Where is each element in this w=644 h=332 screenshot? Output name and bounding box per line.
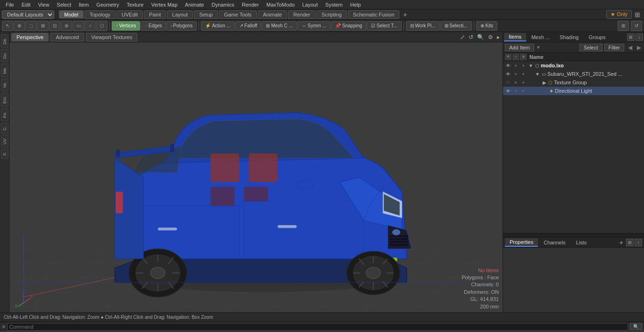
tool-globe[interactable]: ⊕ <box>14 21 25 31</box>
tab-shading[interactable]: Shading <box>555 33 583 41</box>
tab-gametools[interactable]: Game Tools <box>219 10 257 19</box>
menu-texture[interactable]: Texture <box>123 1 148 8</box>
props-add-button[interactable]: + <box>619 239 623 246</box>
3d-viewport[interactable]: X Y Z No Items Polygons : Face Channels:… <box>9 42 503 312</box>
mesh-c-btn[interactable]: ⊞ Mesh C ... <box>262 21 297 31</box>
lock-col-icon[interactable]: + <box>512 54 519 60</box>
visibility-toggle-root[interactable]: 👁 <box>505 62 512 69</box>
menu-animate[interactable]: Animate <box>181 1 207 8</box>
lock-toggle-root[interactable]: ● <box>512 62 519 69</box>
tab-topology[interactable]: Topology <box>84 10 116 19</box>
expand-arrow-mesh[interactable]: ▼ <box>535 72 540 77</box>
vp-icon-search[interactable]: 🔍 <box>476 33 485 41</box>
sidebar-tab-me[interactable]: Me. <box>1 64 8 77</box>
expand-button[interactable]: ⊞ <box>633 11 642 18</box>
sidebar-tab-em[interactable]: Em. <box>1 93 8 107</box>
item-row-texgroup[interactable]: 👁 ● ● ▶ ⬡ Texture Group <box>503 78 644 87</box>
viewport-icon-2[interactable]: ↺ <box>631 21 642 31</box>
menu-system[interactable]: System <box>322 1 347 8</box>
tool-select[interactable]: ↖ <box>2 21 13 31</box>
vp-icon-rotate[interactable]: ↺ <box>468 33 474 41</box>
tool-shield[interactable]: ⬡ <box>96 21 107 31</box>
viewport-icon-1[interactable]: ⊞ <box>618 21 629 31</box>
tool-loop[interactable]: ⊛ <box>61 21 72 31</box>
items-collapse-btn[interactable]: ◀ <box>626 44 634 51</box>
tab-channels[interactable]: Channels <box>539 239 570 246</box>
sidebar-tab-f[interactable]: F. <box>1 149 8 159</box>
menu-layout[interactable]: Layout <box>298 1 322 8</box>
select-t-btn[interactable]: ☑ Select T... <box>367 21 402 31</box>
tab-scripting[interactable]: Scripting <box>316 10 347 19</box>
props-icon-2[interactable]: ↕ <box>635 239 642 246</box>
sidebar-tab-de[interactable]: De. <box>1 34 8 48</box>
menu-file[interactable]: File <box>2 1 18 8</box>
tab-layout[interactable]: Layout <box>167 10 193 19</box>
visibility-col-icon[interactable]: 👁 <box>505 54 512 60</box>
items-expand-btn[interactable]: ▶ <box>636 44 642 51</box>
menu-edit[interactable]: Edit <box>18 1 34 8</box>
vp-icon-expand[interactable]: ⤢ <box>459 33 466 41</box>
menu-dynamics[interactable]: Dynamics <box>208 1 238 8</box>
action-btn[interactable]: ⚡ Action ... <box>201 21 234 31</box>
expand-arrow-root[interactable]: ▼ <box>528 63 533 68</box>
menu-select[interactable]: Select <box>53 1 75 8</box>
command-input[interactable] <box>7 323 628 331</box>
sidebar-tab-po[interactable]: Po. <box>1 108 8 121</box>
mode-edges[interactable]: ─ Edges <box>140 21 166 31</box>
menu-item[interactable]: Item <box>75 1 92 8</box>
kits-btn[interactable]: ⊕ Kits <box>476 21 497 31</box>
render-toggle-mesh[interactable]: ● <box>520 71 527 77</box>
render-col-icon[interactable]: ⊕ <box>520 54 527 60</box>
render-toggle-root[interactable]: ● <box>520 62 527 69</box>
items-icon-2[interactable]: ↕ <box>636 33 643 41</box>
visibility-toggle-texgroup[interactable]: 👁 <box>505 79 512 86</box>
item-row-mesh[interactable]: 👁 ● ● ▼ ▭ Subaru_WRX_STI_2021_Sed ... <box>503 70 644 78</box>
tool-snap[interactable]: ⊡ <box>49 21 60 31</box>
items-icon-1[interactable]: ⊞ <box>627 33 635 41</box>
sidebar-tab-ve[interactable]: Ve. <box>1 79 8 91</box>
tab-schematicfusion[interactable]: Schematic Fusion <box>348 10 399 19</box>
item-row-light[interactable]: 👁 ● ● ☀ Directional Light <box>503 87 644 95</box>
add-tab-button[interactable]: + <box>400 10 410 19</box>
tab-properties[interactable]: Properties <box>505 238 538 247</box>
lock-toggle-light[interactable]: ● <box>512 88 519 94</box>
add-item-button[interactable]: Add Item <box>505 44 534 51</box>
visibility-toggle-mesh[interactable]: 👁 <box>505 71 512 77</box>
work-pl-btn[interactable]: ⊟ Work Pl... <box>406 21 440 31</box>
tab-mesh[interactable]: Mesh ... <box>527 33 554 41</box>
menu-geometry[interactable]: Geometry <box>92 1 123 8</box>
mode-vertices[interactable]: ● Vertices <box>112 21 140 31</box>
menu-vertexmap[interactable]: Vertex Map <box>148 1 182 8</box>
lock-toggle-texgroup[interactable]: ● <box>512 79 519 86</box>
item-row-root[interactable]: 👁 ● ● ▼ ⬡ modo.lxo <box>503 61 644 70</box>
visibility-toggle-light[interactable]: 👁 <box>505 88 512 94</box>
tab-lists[interactable]: Lists <box>571 239 592 246</box>
tab-setup[interactable]: Setup <box>194 10 218 19</box>
vp-tab-textures[interactable]: Viewport Textures <box>86 33 137 41</box>
layout-dropdown[interactable]: Default Layouts <box>2 10 54 19</box>
menu-render[interactable]: Render <box>238 1 263 8</box>
selecti-btn[interactable]: ⊞ Selecti... <box>440 21 472 31</box>
vp-tab-advanced[interactable]: Advanced <box>50 33 84 41</box>
sidebar-tab-du[interactable]: Du. <box>1 49 8 62</box>
tool-transform[interactable]: ⊞ <box>37 21 49 31</box>
mode-polygons[interactable]: ▪ Polygons <box>166 21 197 31</box>
vp-icon-settings[interactable]: ⚙ <box>487 33 494 41</box>
menu-help[interactable]: Help <box>347 1 365 8</box>
tab-groups[interactable]: Groups <box>584 33 610 41</box>
tab-animate[interactable]: Animate <box>258 10 287 19</box>
falloff-btn[interactable]: ↗ Falloff <box>235 21 262 31</box>
select-button[interactable]: Select <box>579 44 603 51</box>
sidebar-tab-uv[interactable]: UV <box>1 135 8 148</box>
vp-tab-perspective[interactable]: Perspective <box>11 33 49 41</box>
props-icon-1[interactable]: ⊞ <box>626 239 634 246</box>
menu-view[interactable]: View <box>34 1 53 8</box>
render-toggle-light[interactable]: ● <box>520 88 527 94</box>
render-toggle-texgroup[interactable]: ● <box>520 79 527 86</box>
star-only-button[interactable]: ★ Only <box>606 10 632 19</box>
tab-items[interactable]: Items <box>504 33 526 41</box>
tool-lasso[interactable]: ◌ <box>25 21 37 31</box>
tab-model[interactable]: Model <box>59 10 83 18</box>
sidebar-tab-c[interactable]: C. <box>1 123 8 134</box>
tool-circle[interactable]: ○ <box>84 21 96 31</box>
